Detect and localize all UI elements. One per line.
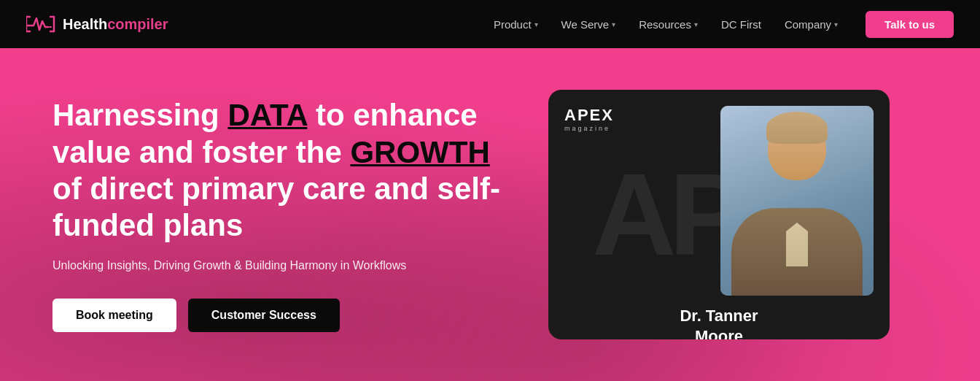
chevron-down-icon: ▾ (612, 20, 615, 28)
headline-data: DATA (228, 98, 307, 132)
hero-content: Harnessing DATA to enhance value and fos… (52, 97, 505, 332)
logo-text-health: Health (63, 16, 107, 32)
chevron-down-icon: ▾ (834, 20, 838, 28)
book-meeting-button[interactable]: Book meeting (52, 299, 176, 332)
card-top: APEX magazine (548, 90, 890, 296)
headline-after: of direct primary care and self-funded p… (52, 172, 500, 242)
nav-company-label: Company (785, 18, 831, 31)
navbar: Healthcompiler Product ▾ We Serve ▾ Reso… (0, 0, 980, 48)
talk-to-us-button[interactable]: Talk to us (866, 11, 954, 38)
magazine-sub: magazine (564, 125, 614, 133)
logo-link[interactable]: Healthcompiler (26, 12, 168, 36)
nav-we-serve-label: We Serve (561, 18, 610, 31)
nav-product-label: Product (494, 18, 532, 31)
nav-item-dc-first[interactable]: DC First (711, 12, 771, 36)
nav-item-resources[interactable]: Resources ▾ (629, 12, 708, 36)
apex-logo: APEX magazine (564, 106, 614, 133)
logo-icon (26, 12, 57, 36)
nav-links: Product ▾ We Serve ▾ Resources ▾ DC Firs… (483, 12, 848, 36)
nav-resources-label: Resources (639, 18, 691, 31)
logo-text-compiler: compiler (107, 16, 168, 32)
person-card: AP APEX magazine Dr. TannerMoore (548, 90, 890, 339)
headline-growth: GROWTH (350, 135, 489, 169)
hero-section: Harnessing DATA to enhance value and fos… (0, 48, 980, 381)
person-shirt-shape (786, 223, 808, 266)
person-photo (720, 106, 874, 296)
card-bottom: Dr. TannerMoore (548, 296, 890, 339)
chevron-down-icon: ▾ (534, 20, 538, 28)
nav-item-product[interactable]: Product ▾ (483, 12, 548, 36)
nav-dc-first-label: DC First (721, 18, 761, 31)
nav-item-we-serve[interactable]: We Serve ▾ (551, 12, 626, 36)
hero-headline: Harnessing DATA to enhance value and fos… (52, 97, 505, 245)
magazine-name: APEX (564, 106, 614, 125)
hero-subtext: Unlocking Insights, Driving Growth & Bui… (52, 259, 505, 272)
chevron-down-icon: ▾ (694, 20, 698, 28)
hero-buttons: Book meeting Customer Success (52, 299, 505, 332)
person-name: Dr. TannerMoore (564, 306, 874, 339)
hero-card-area: AP APEX magazine Dr. TannerMoore (548, 90, 890, 339)
customer-success-button[interactable]: Customer Success (188, 299, 340, 332)
headline-before: Harnessing (52, 98, 228, 132)
nav-item-company[interactable]: Company ▾ (774, 12, 848, 36)
person-photo-inner (720, 106, 874, 296)
